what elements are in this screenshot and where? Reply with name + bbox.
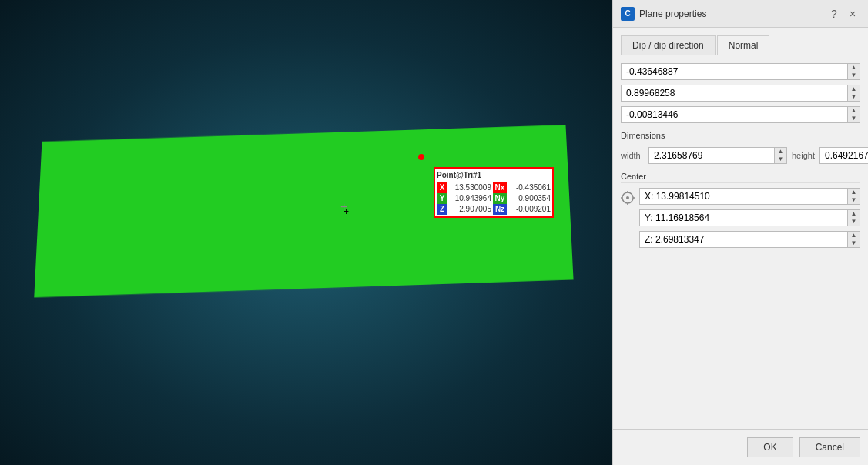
width-spin-up[interactable]: ▲ — [775, 148, 786, 156]
panel-content: Dip / dip direction Normal ▲ ▼ ▲ ▼ — [613, 28, 868, 429]
title-left: C Plane properties — [621, 7, 706, 21]
dimensions-section-label: Dimensions — [621, 131, 860, 142]
nz-value: -0.009201 — [508, 204, 551, 215]
x-value: 13.530009 — [449, 182, 491, 193]
cz-spin: ▲ ▼ — [847, 232, 860, 247]
tab-normal[interactable]: Normal — [717, 35, 770, 55]
height-input[interactable] — [820, 148, 868, 163]
nx-input[interactable] — [622, 64, 847, 79]
nz-label: Nz — [493, 204, 507, 215]
nx-spin-down[interactable]: ▼ — [848, 72, 860, 79]
cx-spin: ▲ ▼ — [847, 189, 860, 204]
tabs-container: Dip / dip direction Normal — [621, 35, 860, 55]
cy-input[interactable] — [640, 210, 847, 226]
cy-field-row: ▲ ▼ — [639, 209, 860, 226]
cc-icon: C — [621, 7, 635, 21]
nz-input[interactable] — [622, 107, 847, 122]
cx-field-row: ▲ ▼ — [639, 188, 860, 205]
tooltip-y-row: Y 10.943964 Ny 0.900354 — [437, 193, 551, 204]
x-label: X — [437, 182, 447, 193]
tooltip-x-row: X 13.530009 Nx -0.435061 — [437, 182, 551, 193]
red-dot-marker — [418, 154, 424, 160]
close-button[interactable]: × — [845, 6, 860, 22]
cy-input-wrap: ▲ ▼ — [639, 209, 860, 226]
width-spin-down[interactable]: ▼ — [775, 156, 786, 163]
cz-spin-down[interactable]: ▼ — [848, 239, 860, 247]
cy-spin-up[interactable]: ▲ — [848, 210, 860, 218]
cx-input[interactable] — [640, 189, 847, 204]
nx-value: -0.435061 — [508, 182, 551, 193]
ny-input[interactable] — [622, 85, 847, 101]
width-spin: ▲ ▼ — [774, 148, 786, 163]
ny-value: 0.900354 — [508, 193, 551, 204]
width-input[interactable] — [649, 148, 774, 163]
cz-input-wrap: ▲ ▼ — [639, 231, 860, 248]
center-section-label: Center — [621, 172, 860, 183]
width-label: width — [621, 151, 644, 160]
panel-footer: OK Cancel — [613, 429, 868, 465]
nz-input-wrap: ▲ ▼ — [621, 106, 860, 123]
point-tooltip: Point@Tri#1 X 13.530009 Nx -0.435061 Y 1… — [434, 167, 554, 218]
width-input-wrap: ▲ ▼ — [648, 147, 787, 164]
ny-spin-down[interactable]: ▼ — [848, 93, 860, 101]
tooltip-title: Point@Tri#1 — [437, 170, 551, 181]
z-value: 2.907005 — [449, 204, 491, 215]
ny-label: Ny — [493, 193, 507, 204]
nx-spin-up[interactable]: ▲ — [848, 64, 860, 72]
nz-spin-up[interactable]: ▲ — [848, 107, 860, 115]
y-value: 10.943964 — [449, 193, 491, 204]
ny-input-wrap: ▲ ▼ — [621, 85, 860, 102]
nx-label: Nx — [493, 182, 507, 193]
cz-input[interactable] — [640, 232, 847, 247]
cy-spin: ▲ ▼ — [847, 210, 860, 226]
dimensions-grid: width ▲ ▼ height ▲ ▼ — [621, 147, 860, 164]
svg-point-1 — [626, 196, 629, 199]
panel-titlebar: C Plane properties ? × — [613, 0, 868, 28]
nx-field-row: ▲ ▼ — [621, 63, 860, 80]
center-row: ▲ ▼ ▲ ▼ — [621, 188, 860, 253]
height-label: height — [792, 151, 815, 160]
center-fields: ▲ ▼ ▲ ▼ — [639, 188, 860, 253]
viewport: + Point@Tri#1 X 13.530009 Nx -0.435061 Y… — [0, 0, 612, 465]
cancel-button[interactable]: Cancel — [799, 437, 860, 457]
cz-spin-up[interactable]: ▲ — [848, 232, 860, 239]
nz-field-row: ▲ ▼ — [621, 106, 860, 123]
cx-spin-down[interactable]: ▼ — [848, 196, 860, 204]
nz-spin: ▲ ▼ — [847, 107, 860, 122]
tab-dip-direction[interactable]: Dip / dip direction — [621, 35, 716, 55]
ny-spin-up[interactable]: ▲ — [848, 85, 860, 93]
tooltip-z-row: Z 2.907005 Nz -0.009201 — [437, 204, 551, 215]
cy-spin-down[interactable]: ▼ — [848, 218, 860, 226]
ny-spin: ▲ ▼ — [847, 85, 860, 101]
z-label: Z — [437, 204, 447, 215]
ny-field-row: ▲ ▼ — [621, 85, 860, 102]
cz-field-row: ▲ ▼ — [639, 231, 860, 248]
height-item: height ▲ ▼ — [792, 147, 868, 164]
nx-input-wrap: ▲ ▼ — [621, 63, 860, 80]
center-icon — [621, 191, 635, 207]
ok-button[interactable]: OK — [747, 437, 793, 457]
title-buttons: ? × — [826, 6, 860, 22]
cx-input-wrap: ▲ ▼ — [639, 188, 860, 205]
plane-properties-panel: C Plane properties ? × Dip / dip directi… — [612, 0, 868, 465]
panel-title: Plane properties — [639, 8, 706, 19]
y-label: Y — [437, 193, 447, 204]
height-input-wrap: ▲ ▼ — [819, 147, 868, 164]
crosshair: + — [344, 206, 354, 217]
width-item: width ▲ ▼ — [621, 147, 787, 164]
help-button[interactable]: ? — [826, 6, 842, 22]
nx-spin: ▲ ▼ — [847, 64, 860, 79]
nz-spin-down[interactable]: ▼ — [848, 115, 860, 122]
cx-spin-up[interactable]: ▲ — [848, 189, 860, 196]
